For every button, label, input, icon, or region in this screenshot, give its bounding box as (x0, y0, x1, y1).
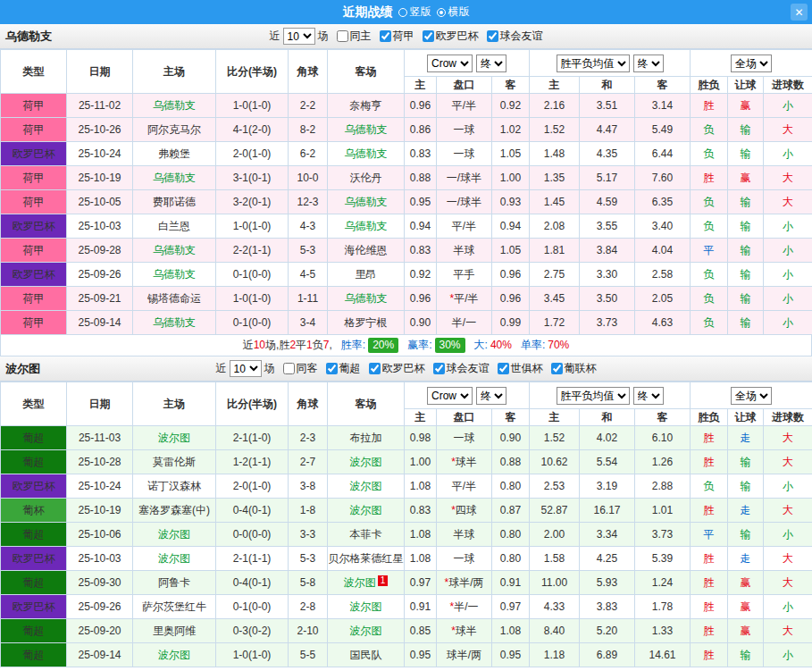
result-cell: 胜 (691, 547, 728, 571)
header-select[interactable]: Crow (427, 55, 473, 72)
filter-option[interactable]: 世俱杯 (498, 361, 543, 376)
score: 1-0(1-0) (216, 287, 289, 311)
filter-option[interactable]: 同客 (283, 361, 318, 376)
table-row: 欧罗巴杯25-10-03波尔图2-1(1-1)5-3贝尔格莱德红星1.08一球0… (1, 547, 812, 571)
euro-lose-odds: 2.58 (635, 263, 691, 287)
away-team: 格罗宁根 (328, 311, 405, 335)
reverse-handicap-mark: * (449, 600, 454, 613)
column-header: 比分(半场) (216, 50, 289, 94)
result-cell: 负 (691, 118, 728, 142)
column-header: 类型 (1, 50, 67, 94)
header-select[interactable]: 终 (476, 55, 506, 72)
euro-win-odds: 11.00 (530, 571, 580, 595)
filter-option[interactable]: 葡超 (326, 361, 361, 376)
table-row: 葡超25-10-06波尔图0-0(0-0)3-3本菲卡1.08半球0.802.0… (1, 523, 812, 547)
filter-checkbox[interactable] (498, 363, 509, 374)
euro-win-odds: 2.16 (530, 94, 580, 118)
asian-handicap: 半球 (437, 239, 492, 263)
league-badge: 葡超 (1, 643, 67, 667)
recent-count-select[interactable]: 10 (230, 360, 262, 377)
filter-checkbox[interactable] (487, 30, 498, 42)
asian-away-odds: 0.92 (492, 94, 530, 118)
filter-checkbox[interactable] (283, 363, 295, 374)
corners: 3-3 (289, 523, 328, 547)
filter-checkbox[interactable] (433, 363, 445, 374)
filter-option[interactable]: 同主 (337, 29, 372, 44)
header-select[interactable]: 胜平负均值 (557, 387, 630, 405)
header-select[interactable]: 终 (633, 55, 664, 72)
filter-option[interactable]: 荷甲 (380, 29, 414, 44)
handicap-result-cell: 输 (728, 214, 764, 239)
home-team: 波尔图 (133, 523, 216, 547)
handicap-result-cell: 输 (728, 287, 764, 311)
filter-checkbox[interactable] (326, 363, 338, 374)
header-select[interactable]: 全场 (731, 55, 772, 72)
handicap-result-cell: 赢 (728, 571, 764, 595)
sub-column-header: 盘口 (437, 77, 492, 94)
team-text: 乌德勒支 (153, 172, 196, 184)
asian-away-odds: 0.96 (492, 287, 530, 311)
table-row: 荷甲25-10-05费耶诺德3-2(0-1)12-3乌德勒支0.95一/球半0.… (1, 190, 812, 214)
goals-result-cell: 小 (764, 474, 812, 499)
euro-lose-odds: 5.49 (635, 118, 691, 142)
filter-option[interactable]: 欧罗巴杯 (369, 361, 425, 376)
filter-option[interactable]: 球会友谊 (433, 361, 490, 376)
asian-handicap: 一/球半 (437, 166, 492, 190)
asian-home-odds: 0.90 (405, 311, 437, 335)
asian-handicap: 半/一 (437, 311, 492, 335)
match-date: 25-09-26 (67, 263, 133, 287)
team-text: 乌德勒支 (345, 196, 388, 208)
close-icon[interactable]: ✕ (791, 4, 808, 21)
goals-result-cell: 大 (764, 547, 812, 571)
filter-checkbox[interactable] (380, 30, 391, 42)
filter-option[interactable]: 欧罗巴杯 (423, 29, 479, 44)
euro-draw-odds: 5.17 (580, 166, 635, 190)
radio-selected-icon (437, 8, 446, 17)
header-select[interactable]: 终 (633, 387, 664, 405)
asian-handicap: 平/半 (437, 94, 492, 118)
layout-radio-horizontal[interactable]: 横版 (437, 4, 470, 20)
header-select[interactable]: Crow (427, 387, 473, 405)
sections-container: 乌德勒支近10场同主荷甲欧罗巴杯球会友谊类型日期主场比分(半场)角球客场Crow… (0, 24, 812, 667)
summary-bar: 近10场,胜2平1负7,胜率:20%赢率:30%大:40%单率:70% (0, 335, 812, 356)
score: 2-0(1-0) (216, 142, 289, 166)
filter-checkbox[interactable] (337, 30, 348, 42)
asian-away-odds: 0.90 (492, 426, 530, 450)
team-text: 弗赖堡 (158, 147, 190, 160)
filter-label: 荷甲 (393, 29, 414, 44)
header-select[interactable]: 胜平负均值 (557, 55, 630, 72)
away-team: 里昂 (328, 263, 405, 287)
team-text: 乌德勒支 (153, 244, 196, 256)
header-select[interactable]: 终 (476, 387, 506, 405)
header-select[interactable]: 全场 (731, 387, 772, 405)
handicap-result-cell: 赢 (728, 94, 764, 118)
table-row: 欧罗巴杯25-09-26乌德勒支0-1(0-0)4-5里昂0.92平手0.962… (1, 263, 812, 287)
euro-lose-odds: 2.88 (635, 474, 691, 499)
result-cell: 胜 (691, 94, 728, 118)
filter-label: 球会友谊 (500, 29, 543, 44)
sub-column-header: 让球 (728, 409, 764, 426)
euro-draw-odds: 3.50 (580, 287, 635, 311)
filter-label: 同客 (297, 361, 318, 376)
filter-checkbox[interactable] (423, 30, 434, 42)
recent-count-select[interactable]: 10 (283, 28, 315, 45)
filter-checkbox[interactable] (369, 363, 381, 374)
team-text: 布拉加 (350, 432, 382, 444)
win-rate-badge: 20% (368, 338, 398, 353)
filter-option[interactable]: 葡联杯 (551, 361, 597, 376)
away-team: 贝尔格莱德红星 (328, 547, 405, 571)
team-text: 波尔图 (158, 528, 190, 541)
euro-draw-odds: 4.35 (580, 142, 635, 166)
asian-home-odds: 0.83 (405, 499, 437, 523)
filter-checkbox[interactable] (551, 363, 563, 374)
title-bar: 近期战绩 竖版 横版 ✕ (0, 0, 812, 24)
goals-result-cell: 小 (764, 94, 812, 118)
match-date: 25-10-26 (67, 118, 133, 142)
match-date: 25-10-24 (67, 142, 133, 166)
filter-option[interactable]: 球会友谊 (487, 29, 543, 44)
layout-radio-vertical[interactable]: 竖版 (398, 4, 431, 20)
filter-bar: 近10场同客葡超欧罗巴杯球会友谊世俱杯葡联杯 (216, 360, 597, 377)
sub-column-header: 主 (405, 409, 437, 426)
home-team: 塞洛罗森塞(中) (133, 499, 216, 523)
asian-home-odds: 0.88 (405, 166, 437, 190)
